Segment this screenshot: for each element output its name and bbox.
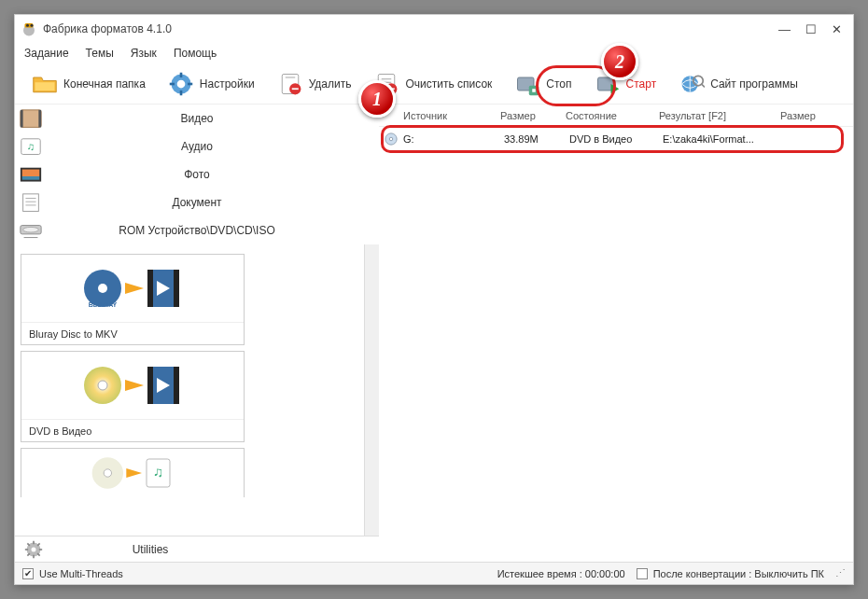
minimize-button[interactable]: —	[778, 22, 791, 36]
row-size: 33.89M	[504, 133, 569, 145]
document-icon	[19, 192, 43, 213]
delete-label: Удалить	[309, 77, 352, 91]
sidebar: Видео ♫ Аудио Фото Документ ROM Устройст…	[15, 104, 379, 562]
svg-text:BLU·RAY: BLU·RAY	[89, 301, 118, 308]
utilities-label: Utilities	[62, 543, 370, 556]
stop-label: Стоп	[546, 77, 571, 91]
presets-list: BLU·RAY Bluray Disc to MKV DVD в Видео ♫	[15, 244, 364, 536]
annotation-badge-2: 2	[601, 43, 638, 80]
col-rsize[interactable]: Размер	[780, 110, 853, 121]
svg-line-72	[37, 553, 39, 556]
category-rom[interactable]: ROM Устройство\DVD\CD\ISO	[15, 216, 379, 244]
svg-line-74	[37, 543, 39, 546]
utilities-icon	[24, 540, 43, 559]
delete-button[interactable]: Удалить	[270, 67, 359, 101]
svg-line-29	[702, 84, 706, 88]
menu-themes[interactable]: Темы	[86, 47, 114, 60]
presets-scrollbar[interactable]	[364, 244, 379, 536]
menu-task[interactable]: Задание	[24, 47, 69, 60]
utilities-bar[interactable]: Utilities	[15, 536, 379, 562]
photo-icon	[19, 164, 43, 185]
folder-icon	[32, 71, 58, 97]
site-label: Сайт программы	[710, 77, 798, 91]
globe-icon	[679, 71, 705, 97]
svg-rect-50	[147, 270, 153, 307]
app-icon	[21, 21, 37, 37]
svg-rect-37	[22, 176, 40, 180]
category-document-label: Документ	[52, 196, 379, 209]
maximize-button[interactable]: ☐	[805, 22, 817, 36]
body: Видео ♫ Аудио Фото Документ ROM Устройст…	[15, 104, 853, 562]
col-state[interactable]: Состояние	[566, 110, 659, 121]
col-size[interactable]: Размер	[500, 110, 566, 121]
col-result[interactable]: Результат [F2]	[659, 110, 780, 121]
svg-point-54	[98, 381, 107, 390]
row-source: G:	[403, 133, 504, 145]
settings-button[interactable]: Настройки	[161, 67, 262, 101]
preset-thumb: BLU·RAY	[21, 255, 244, 322]
category-photo[interactable]: Фото	[15, 160, 379, 188]
disc-drive-icon	[19, 220, 43, 241]
shutdown-checkbox[interactable]	[637, 568, 648, 579]
category-document[interactable]: Документ	[15, 188, 379, 216]
delete-icon	[277, 71, 303, 97]
annotation-badge-1: 1	[358, 80, 396, 118]
svg-point-3	[31, 24, 34, 27]
svg-text:♫: ♫	[27, 141, 35, 152]
svg-rect-23	[533, 89, 537, 92]
svg-point-6	[176, 79, 185, 88]
svg-rect-30	[21, 110, 41, 128]
category-photo-label: Фото	[52, 168, 379, 181]
menu-language[interactable]: Язык	[131, 47, 157, 60]
multithread-label: Use Multi-Threads	[39, 568, 123, 579]
preset-dvd-audio[interactable]: ♫	[21, 448, 245, 497]
row-state: DVD в Видео	[569, 133, 663, 145]
category-video[interactable]: Видео	[15, 104, 379, 132]
multithread-checkbox[interactable]: ✔	[22, 568, 34, 579]
category-audio[interactable]: ♫ Аудио	[15, 132, 379, 160]
audio-icon: ♫	[19, 136, 43, 157]
svg-marker-55	[125, 380, 144, 391]
shutdown-label: После конвертации : Выключить ПК	[653, 568, 824, 579]
window-controls: — ☐ ✕	[778, 22, 847, 36]
svg-point-66	[32, 547, 36, 551]
stop-icon	[514, 71, 540, 97]
svg-point-76	[389, 137, 393, 141]
category-rom-label: ROM Устройство\DVD\CD\ISO	[52, 224, 379, 237]
svg-point-61	[104, 469, 111, 477]
category-audio-label: Аудио	[52, 140, 379, 153]
output-folder-button[interactable]: Конечная папка	[24, 67, 153, 101]
start-label: Старт	[626, 77, 657, 91]
task-row[interactable]: G: 33.89M DVD в Видео E:\zaka4ki\Format.…	[379, 127, 853, 151]
task-list: Источник Размер Состояние Результат [F2]…	[379, 104, 853, 562]
svg-point-43	[23, 227, 39, 232]
col-source[interactable]: Источник	[379, 110, 500, 121]
settings-label: Настройки	[200, 77, 255, 91]
svg-marker-25	[610, 84, 619, 94]
svg-rect-36	[22, 170, 40, 176]
window-title: Фабрика форматов 4.1.0	[43, 22, 778, 35]
svg-rect-32	[38, 110, 41, 128]
preset-caption: DVD в Видео	[21, 419, 244, 441]
preset-caption: Bluray Disc to MKV	[21, 322, 244, 344]
resize-grip-icon[interactable]: ⋰	[835, 567, 846, 579]
svg-text:♫: ♫	[153, 464, 163, 480]
site-button[interactable]: Сайт программы	[671, 67, 805, 101]
category-video-label: Видео	[52, 112, 379, 125]
clear-label: Очистить список	[405, 77, 492, 91]
svg-rect-51	[174, 270, 179, 307]
preset-dvd-video[interactable]: DVD в Видео	[21, 351, 245, 442]
gear-icon	[168, 71, 194, 97]
preset-bluray-mkv[interactable]: BLU·RAY Bluray Disc to MKV	[21, 254, 245, 345]
stop-button[interactable]: Стоп	[507, 67, 579, 101]
svg-rect-58	[174, 367, 179, 404]
svg-line-73	[27, 553, 30, 556]
statusbar: ✔ Use Multi-Threads Истекшее время : 00:…	[15, 562, 853, 584]
app-window: Фабрика форматов 4.1.0 — ☐ ✕ Задание Тем…	[14, 14, 854, 585]
elapsed-time: Истекшее время : 00:00:00	[497, 568, 625, 579]
menu-help[interactable]: Помощь	[174, 47, 217, 60]
svg-rect-4	[35, 82, 55, 91]
svg-rect-31	[21, 110, 23, 128]
close-button[interactable]: ✕	[832, 22, 842, 36]
disc-icon	[385, 132, 398, 146]
